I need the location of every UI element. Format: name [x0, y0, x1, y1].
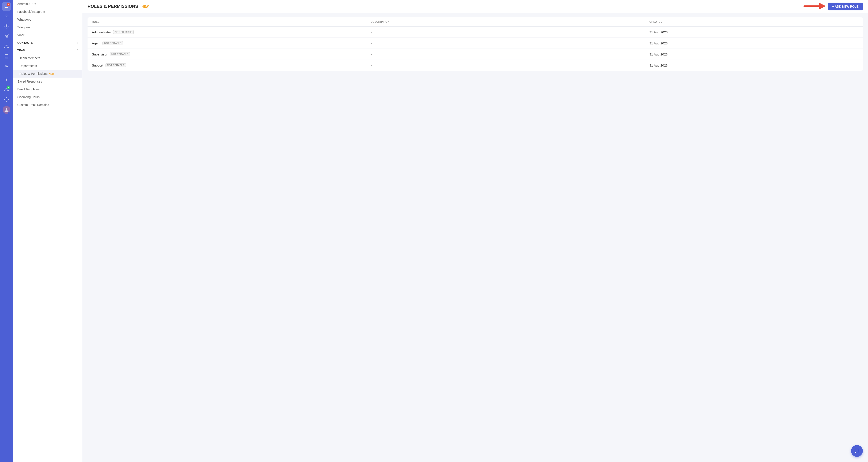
not-editable-badge: NOT EDITABLE [110, 52, 130, 56]
sidebar-item-departments[interactable]: Departments [13, 62, 82, 70]
desc-agent: - [371, 41, 650, 45]
page-title-badge: NEW [142, 5, 149, 8]
contacts-icon[interactable] [2, 12, 11, 21]
sidebar: Android APPs Facebook/Instagram WhatsApp… [13, 0, 82, 462]
contacts-section-label: CONTACTS [17, 41, 33, 44]
sidebar-label-email-templates: Email Templates [17, 88, 39, 91]
col-header-description: DESCRIPTION [371, 20, 650, 23]
team-icon[interactable] [2, 42, 11, 51]
sidebar-item-operating-hours[interactable]: Operating Hours [13, 93, 82, 101]
sidebar-label-operating-hours: Operating Hours [17, 95, 40, 99]
svg-point-5 [5, 88, 7, 90]
add-new-role-button[interactable]: + ADD NEW ROLE [828, 3, 863, 10]
sidebar-item-telegram[interactable]: Telegram [13, 23, 82, 31]
sidebar-label-roles-permissions: Roles & PermissionsNEW [20, 72, 54, 75]
desc-administrator: - [371, 30, 650, 34]
svg-point-0 [6, 15, 7, 17]
table-row: Agent NOT EDITABLE - 31 Aug 2023 [88, 38, 863, 49]
role-name-support: Support [92, 63, 103, 67]
sidebar-item-email-templates[interactable]: Email Templates [13, 85, 82, 93]
role-cell-agent: Agent NOT EDITABLE [92, 41, 371, 45]
team-section-label: TEAM [17, 49, 25, 52]
col-header-created: CREATED [649, 20, 859, 23]
created-support: 31 Aug 2023 [649, 63, 859, 67]
role-name-supervisor: Supervisor [92, 53, 107, 56]
desc-support: - [371, 63, 650, 67]
chat-widget-button[interactable] [851, 445, 863, 457]
created-administrator: 31 Aug 2023 [649, 30, 859, 34]
created-supervisor: 31 Aug 2023 [649, 53, 859, 56]
sidebar-label-team-members: Team Members [20, 56, 40, 60]
sidebar-label-facebook: Facebook/Instagram [17, 10, 45, 13]
sidebar-label-viber: Viber [17, 33, 24, 37]
sidebar-item-facebook[interactable]: Facebook/Instagram [13, 8, 82, 16]
contacts-section-header[interactable]: CONTACTS › [13, 39, 82, 47]
sidebar-label-android-apps: Android APPs [17, 2, 36, 6]
sidebar-item-custom-email-domains[interactable]: Custom Email Domains [13, 101, 82, 109]
role-cell-administrator: Administrator NOT EDITABLE [92, 30, 371, 34]
agents-icon[interactable]: 3 [2, 85, 11, 94]
svg-point-4 [5, 45, 7, 47]
table-row: Support NOT EDITABLE - 31 Aug 2023 [88, 60, 863, 71]
icon-bar: 1 ? 3 [0, 0, 13, 462]
user-avatar[interactable] [3, 106, 10, 114]
sidebar-item-android-apps[interactable]: Android APPs [13, 0, 82, 8]
role-cell-supervisor: Supervisor NOT EDITABLE [92, 52, 371, 56]
help-icon[interactable]: ? [2, 75, 11, 84]
svg-point-6 [6, 99, 7, 100]
contacts-chevron-icon: › [77, 41, 78, 44]
table-row: Supervisor NOT EDITABLE - 31 Aug 2023 [88, 49, 863, 60]
sidebar-item-roles-permissions[interactable]: Roles & PermissionsNEW [13, 70, 82, 78]
sidebar-item-whatsapp[interactable]: WhatsApp [13, 16, 82, 23]
sidebar-label-telegram: Telegram [17, 26, 30, 29]
table-row: Administrator NOT EDITABLE - 31 Aug 2023 [88, 27, 863, 38]
team-section-header[interactable]: TEAM ˅ [13, 47, 82, 54]
page-title: ROLES & PERMISSIONS NEW [88, 4, 149, 9]
chat-icon[interactable]: 1 [2, 2, 11, 11]
role-name-agent: Agent [92, 41, 100, 45]
settings-icon[interactable] [2, 95, 11, 104]
red-arrow-annotation [802, 1, 828, 12]
not-editable-badge: NOT EDITABLE [102, 41, 123, 45]
roles-table: ROLE DESCRIPTION CREATED Administrator N… [88, 17, 863, 71]
role-name-administrator: Administrator [92, 30, 111, 34]
table-header: ROLE DESCRIPTION CREATED [88, 17, 863, 27]
book-icon[interactable] [2, 52, 11, 61]
sidebar-label-departments: Departments [20, 64, 37, 68]
created-agent: 31 Aug 2023 [649, 41, 859, 45]
send-icon[interactable] [2, 32, 11, 41]
divider [3, 73, 10, 73]
analytics-icon[interactable] [2, 62, 11, 71]
sidebar-label-whatsapp: WhatsApp [17, 18, 31, 21]
team-chevron-icon: ˅ [76, 49, 78, 52]
sidebar-item-team-members[interactable]: Team Members [13, 54, 82, 62]
desc-supervisor: - [371, 53, 650, 56]
sidebar-item-viber[interactable]: Viber [13, 31, 82, 39]
top-bar: ROLES & PERMISSIONS NEW + ADD NEW ROLE [82, 0, 868, 13]
clock-icon[interactable] [2, 22, 11, 31]
sidebar-label-custom-email-domains: Custom Email Domains [17, 103, 49, 106]
sidebar-label-saved-responses: Saved Responses [17, 80, 42, 83]
sidebar-item-saved-responses[interactable]: Saved Responses [13, 78, 82, 85]
content-area: ROLE DESCRIPTION CREATED Administrator N… [82, 13, 868, 462]
not-editable-badge: NOT EDITABLE [105, 63, 126, 67]
col-header-role: ROLE [92, 20, 371, 23]
main-content: ROLES & PERMISSIONS NEW + ADD NEW ROLE R… [82, 0, 868, 462]
not-editable-badge: NOT EDITABLE [113, 30, 133, 34]
role-cell-support: Support NOT EDITABLE [92, 63, 371, 67]
